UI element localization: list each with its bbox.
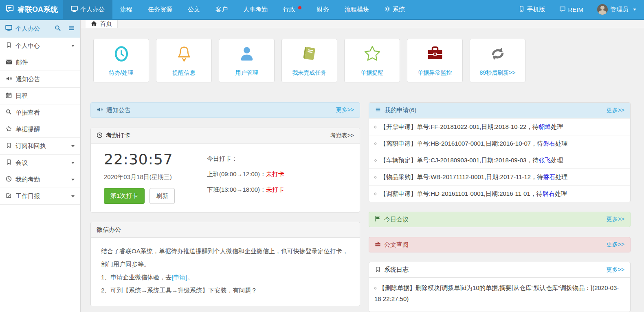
notice-more-link[interactable]: 更多>>	[336, 106, 354, 114]
wechat-panel-title: 微信办公	[97, 226, 121, 234]
search-icon	[6, 109, 12, 116]
app-title: 睿联OA系统	[18, 4, 58, 14]
apply-link[interactable]: [申请]	[171, 274, 187, 281]
chevron-down-icon	[71, 179, 75, 181]
meetings-panel-header: 今日会议 更多>>	[369, 212, 631, 227]
card-doc-anomaly-monitor[interactable]: 单据异常监控	[407, 39, 463, 82]
home-icon	[91, 20, 97, 28]
sidebar-title: 个人办公	[15, 25, 40, 33]
avatar	[597, 4, 608, 15]
sidebar-item-personal-center[interactable]: 个人中心	[0, 38, 80, 54]
speaker-icon	[6, 75, 12, 83]
card-doc-remind[interactable]: 单据提醒	[344, 39, 400, 82]
punch-in-button[interactable]: 第1次打卡	[104, 188, 145, 204]
gear-icon	[385, 6, 390, 13]
sidebar-item-doc-view[interactable]: 单据查看	[0, 104, 80, 121]
application-row[interactable]: 【调薪申请】单号:HD-20161101-0001,日期:2016-11-01，…	[369, 185, 630, 202]
attendance-sheet-link[interactable]: 考勤表>>	[330, 132, 354, 139]
nav-item-task-resource[interactable]: 任务资源	[140, 0, 180, 19]
handler-link[interactable]: 张飞	[538, 157, 551, 164]
briefcase-icon	[375, 241, 381, 248]
syslog-panel-header: 系统日志 更多>>	[369, 262, 630, 278]
sidebar-item-mail[interactable]: 邮件	[0, 54, 80, 71]
card-refresh-countdown[interactable]: 89秒后刷新>>	[470, 39, 525, 82]
chat-icon	[559, 6, 566, 13]
application-row[interactable]: 【开票申请】单号:FF-20181022-001,日期:2018-10-22，待…	[369, 118, 630, 135]
nav-item-workflow[interactable]: 流程	[112, 0, 140, 19]
applications-panel-header: 我的申请(6) 更多>>	[369, 103, 630, 118]
morning-shift-row: 上班(09:00→12:00)：未打卡	[207, 170, 350, 178]
card-todo[interactable]: 待办/处理	[93, 39, 149, 82]
sidebar-header: 个人办公	[0, 20, 80, 38]
reim-button[interactable]: REIM	[552, 0, 591, 19]
user-icon	[238, 45, 256, 64]
meetings-panel-title: 今日会议	[384, 216, 409, 223]
bell-icon	[175, 45, 193, 64]
tab-home[interactable]: 首页	[86, 20, 118, 28]
sidebar-item-subscribe[interactable]: 订阅和回执	[0, 138, 80, 155]
applications-more-link[interactable]: 更多>>	[607, 107, 624, 114]
navbar-right-group: 手机版 REIM 管理员	[512, 0, 644, 19]
nav-item-finance[interactable]: 财务	[309, 0, 337, 19]
refresh-button[interactable]: 刷新	[149, 188, 175, 204]
wechat-description: 结合了睿联OA系统，单据待办推送提醒到个人微信和企业微信上，也可快捷登录定位打卡…	[101, 245, 349, 271]
syslog-row[interactable]: 【删除单据】删除模块[调拨单]id为10的单据,摘要[从仓库“默认仓库”调拨物品…	[369, 278, 630, 312]
chevron-down-icon	[633, 9, 636, 11]
clock-icon	[112, 45, 130, 64]
tab-bar: 首页	[81, 20, 644, 28]
flag-icon	[375, 216, 381, 223]
nav-item-administration[interactable]: 行政	[275, 0, 309, 19]
diamond-bullet-icon	[374, 142, 377, 145]
user-menu[interactable]: 管理员	[590, 0, 643, 19]
afternoon-shift-row: 下班(13:00→18:00)：未打卡	[207, 186, 350, 194]
notice-panel-title: 通知公告	[106, 106, 131, 114]
nav-item-system[interactable]: 系统	[377, 0, 413, 19]
handler-link[interactable]: 貂蝉	[538, 123, 551, 130]
nav-item-customer[interactable]: 客户	[208, 0, 235, 19]
handler-link[interactable]: 磐石	[543, 190, 555, 197]
documents-more-link[interactable]: 更多>>	[607, 241, 624, 248]
application-row[interactable]: 【物品采购】单号:WB-20171112-0001,日期:2017-11-12，…	[369, 168, 630, 185]
attendance-body: 22:30:57 2020年03月18日(星期三) 第1次打卡 刷新 今日打卡：…	[91, 144, 360, 212]
edit-icon	[6, 193, 12, 200]
sidebar-item-schedule[interactable]: 日程	[0, 88, 80, 104]
notice-panel-header: 通知公告 更多>>	[90, 102, 360, 118]
menu-icon[interactable]	[68, 25, 75, 32]
card-unfinished-tasks[interactable]: 我未完成任务	[281, 39, 337, 82]
application-row[interactable]: 【车辆预定】单号:CJ-20180903-001,日期:2018-09-03，待…	[369, 152, 630, 168]
top-navbar: 睿联OA系统 个人办公 流程 任务资源 公文 客户 人事考勤 行政 财务 流程模…	[0, 0, 644, 20]
sidebar-item-meeting[interactable]: 会议	[0, 155, 80, 171]
sidebar-item-daily-report[interactable]: 工作日报	[0, 188, 80, 205]
comment-bubble-icon	[5, 4, 14, 15]
notification-dot	[298, 6, 301, 9]
bookmark-icon	[6, 142, 12, 150]
attendance-panel-title: 考勤打卡	[106, 132, 130, 139]
wechat-step-2: 2、可到【系统→系统工具→升级系统】下安装，有问题？	[101, 284, 349, 297]
application-row[interactable]: 【离职申请】单号:HB-20161007-0001,日期:2016-10-07，…	[369, 135, 630, 152]
sidebar-item-notice[interactable]: 通知公告	[0, 71, 80, 88]
nav-item-personal-office[interactable]: 个人办公	[63, 0, 112, 19]
morning-shift-status: 未打卡	[266, 170, 284, 177]
nav-item-flow-module[interactable]: 流程模块	[337, 0, 377, 19]
handler-link[interactable]: 磐石	[543, 140, 555, 147]
bookmark-icon	[375, 266, 381, 274]
nav-item-hr-attendance[interactable]: 人事考勤	[235, 0, 275, 19]
mobile-version-button[interactable]: 手机版	[512, 0, 552, 19]
search-icon[interactable]	[55, 25, 61, 33]
syslog-panel-title: 系统日志	[384, 266, 409, 274]
app-logo[interactable]: 睿联OA系统	[0, 0, 63, 19]
star-icon	[6, 126, 12, 133]
nav-item-official-doc[interactable]: 公文	[180, 0, 208, 19]
sidebar-item-my-attendance[interactable]: 我的考勤	[0, 171, 80, 188]
chevron-down-icon	[71, 45, 75, 47]
card-reminders[interactable]: 提醒信息	[156, 39, 212, 82]
calendar-icon	[6, 92, 12, 100]
sidebar-item-doc-remind[interactable]: 单据提醒	[0, 121, 80, 138]
meetings-more-link[interactable]: 更多>>	[607, 216, 624, 223]
card-user-management[interactable]: 用户管理	[219, 39, 275, 82]
chevron-down-icon	[71, 162, 75, 164]
handler-link[interactable]: 磐石	[543, 173, 555, 180]
wechat-body: 结合了睿联OA系统，单据待办推送提醒到个人微信和企业微信上，也可快捷登录定位打卡…	[91, 238, 360, 306]
syslog-more-link[interactable]: 更多>>	[607, 266, 624, 274]
wechat-panel-header: 微信办公	[91, 222, 360, 238]
